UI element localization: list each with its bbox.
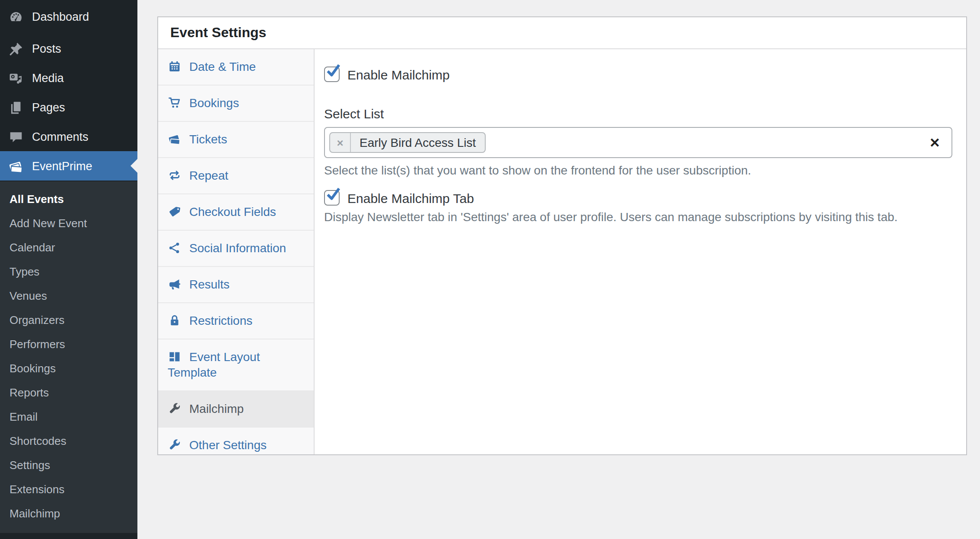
selected-list-tag: × Early Bird Access List: [329, 132, 485, 153]
sidebar-footer-strip: [0, 533, 137, 539]
layout-icon: [168, 350, 181, 364]
repeat-icon: [168, 168, 181, 182]
tickets-icon: [168, 132, 181, 146]
sidebar-item-label: Dashboard: [32, 10, 89, 23]
tab-label: Restrictions: [189, 314, 252, 327]
tab-label: Event Layout Template: [168, 350, 260, 379]
submenu-item-extensions[interactable]: Extensions: [0, 478, 137, 502]
sidebar-item-comments[interactable]: Comments: [0, 122, 137, 151]
submenu-item-organizers[interactable]: Organizers: [0, 308, 137, 333]
select-list-label: Select List: [324, 106, 954, 122]
tab-label: Repeat: [189, 168, 228, 182]
bullhorn-icon: [168, 277, 181, 291]
tab-label: Tickets: [189, 132, 227, 146]
submenu-item-email[interactable]: Email: [0, 405, 137, 429]
enable-mailchimp-tab-help-text: Display Newsletter tab in 'Settings' are…: [324, 209, 954, 225]
tab-label: Results: [189, 277, 229, 291]
cart-icon: [168, 96, 181, 110]
tab-checkout-fields[interactable]: Checkout Fields: [158, 194, 314, 231]
tab-restrictions[interactable]: Restrictions: [158, 303, 314, 339]
calendar-icon: [168, 60, 181, 73]
enable-mailchimp-tab-checkbox[interactable]: [324, 190, 340, 206]
submenu-item-bookings[interactable]: Bookings: [0, 357, 137, 381]
tab-social-information[interactable]: Social Information: [158, 231, 314, 267]
tab-date-time[interactable]: Date & Time: [158, 49, 314, 86]
submenu-item-shortcodes[interactable]: Shortcodes: [0, 429, 137, 453]
tab-results[interactable]: Results: [158, 267, 314, 303]
enable-mailchimp-tab-label: Enable Mailchimp Tab: [347, 190, 474, 205]
lock-icon: [168, 314, 181, 327]
submenu-item-calendar[interactable]: Calendar: [0, 236, 137, 260]
sidebar-item-label: EventPrime: [32, 159, 92, 172]
dashboard-icon: [8, 8, 24, 25]
tab-event-layout-template[interactable]: Event Layout Template: [158, 339, 314, 391]
list-multiselect[interactable]: × Early Bird Access List ✕: [324, 127, 952, 158]
tab-label: Mailchimp: [189, 402, 244, 415]
tab-label: Bookings: [189, 96, 239, 110]
tab-label: Social Information: [189, 241, 286, 255]
sidebar-item-label: Pages: [32, 101, 65, 114]
page-title: Event Settings: [170, 25, 266, 41]
submenu-item-venues[interactable]: Venues: [0, 284, 137, 308]
pages-icon: [8, 99, 24, 115]
sidebar-item-dashboard[interactable]: Dashboard: [0, 2, 137, 31]
sidebar-item-label: Media: [32, 71, 64, 84]
sidebar-item-pages[interactable]: Pages: [0, 92, 137, 122]
tab-tickets[interactable]: Tickets: [158, 122, 314, 158]
tab-label: Other Settings: [189, 438, 267, 452]
tag-remove-icon[interactable]: ×: [330, 133, 351, 152]
sidebar-item-posts[interactable]: Posts: [0, 34, 137, 63]
submenu-item-types[interactable]: Types: [0, 260, 137, 284]
submenu-item-settings[interactable]: Settings: [0, 453, 137, 478]
enable-mailchimp-label: Enable Mailchimp: [347, 67, 450, 82]
event-settings-panel: Event Settings Date & Time Bookings: [157, 16, 967, 455]
submenu-item-all-events[interactable]: All Events: [0, 187, 137, 212]
pin-icon: [8, 40, 24, 57]
wrench-icon: [168, 438, 181, 452]
wordpress-admin-screen: Dashboard Posts Media Pages Comment: [0, 0, 980, 539]
tab-other-settings[interactable]: Other Settings: [158, 428, 314, 463]
tab-label: Checkout Fields: [189, 205, 276, 219]
select-list-help-text: Select the list(s) that you want to show…: [324, 162, 954, 178]
tab-mailchimp[interactable]: Mailchimp: [158, 391, 314, 428]
submenu-item-mailchimp[interactable]: Mailchimp: [0, 502, 137, 526]
submenu-item-add-new-event[interactable]: Add New Event: [0, 212, 137, 236]
sidebar-item-media[interactable]: Media: [0, 63, 137, 92]
share-icon: [168, 241, 181, 255]
submenu-item-reports[interactable]: Reports: [0, 381, 137, 405]
wrench-icon: [168, 402, 181, 415]
enable-mailchimp-row: Enable Mailchimp: [324, 65, 954, 84]
media-icon: [8, 70, 24, 86]
tickets-icon: [8, 158, 24, 174]
sidebar-item-label: Comments: [32, 130, 89, 143]
settings-tab-list: Date & Time Bookings Tickets Repeat: [158, 49, 315, 454]
enable-mailchimp-checkbox[interactable]: [324, 67, 340, 82]
sidebar-item-eventprime[interactable]: EventPrime: [0, 151, 137, 181]
tag-label: Early Bird Access List: [351, 133, 484, 152]
tab-label: Date & Time: [189, 60, 256, 73]
panel-header: Event Settings: [158, 17, 966, 49]
tab-repeat[interactable]: Repeat: [158, 158, 314, 194]
sidebar-item-label: Posts: [32, 42, 61, 55]
mailchimp-settings-pane: Enable Mailchimp Select List × Early Bir…: [315, 49, 966, 454]
submenu-item-performers[interactable]: Performers: [0, 333, 137, 357]
clear-selection-icon[interactable]: ✕: [929, 136, 940, 149]
eventprime-submenu: All Events Add New Event Calendar Types …: [0, 181, 137, 539]
tab-bookings[interactable]: Bookings: [158, 86, 314, 122]
enable-mailchimp-tab-row: Enable Mailchimp Tab: [324, 188, 954, 207]
tag-icon: [168, 205, 181, 219]
admin-sidebar: Dashboard Posts Media Pages Comment: [0, 0, 137, 539]
comments-icon: [8, 128, 24, 145]
